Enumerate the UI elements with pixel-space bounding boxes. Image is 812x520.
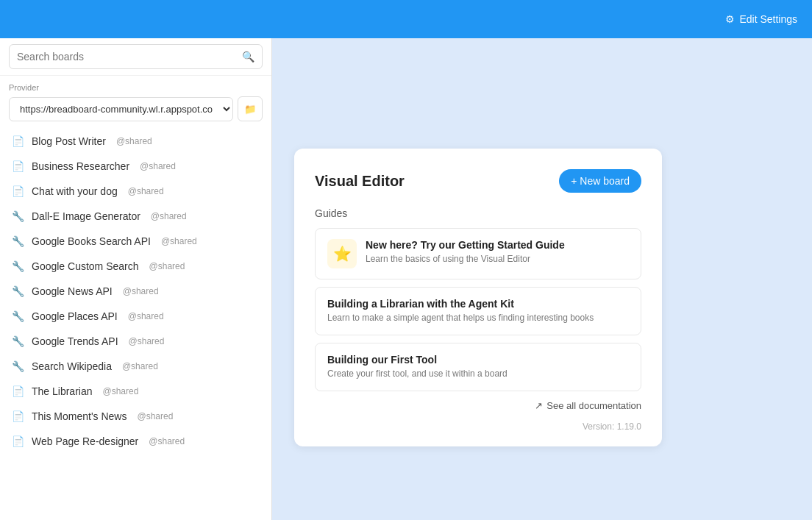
doc-icon: 📄 <box>12 385 24 397</box>
tool-icon: 🔧 <box>12 335 24 347</box>
board-item-name: Search Wikipedia <box>32 360 112 372</box>
board-list-item[interactable]: 🔧Google News API@shared <box>0 279 271 304</box>
edit-settings-label: Edit Settings <box>739 13 797 25</box>
board-item-tag: @shared <box>103 386 139 396</box>
board-item-name: Chat with your dog <box>32 185 118 197</box>
board-list-item[interactable]: 🔧Search Wikipedia@shared <box>0 354 271 379</box>
folder-icon: 📁 <box>244 104 257 115</box>
guide-icon-star: ⭐ <box>327 239 357 268</box>
board-list-item[interactable]: 🔧Google Trends API@shared <box>0 329 271 354</box>
board-list-item[interactable]: 📄This Moment's News@shared <box>0 404 271 429</box>
sidebar: Breadboard + New board 🔍 Provider https:… <box>0 0 272 520</box>
board-item-tag: @shared <box>123 286 159 296</box>
ve-header: Visual Editor + New board <box>315 169 641 193</box>
guide-card-librarian[interactable]: Building a Librarian with the Agent Kit … <box>315 287 641 335</box>
version-row: Version: 1.19.0 <box>315 421 641 432</box>
see-all-documentation-link[interactable]: ↗ See all documentation <box>535 400 641 411</box>
board-list-item[interactable]: 📄The Librarian@shared <box>0 379 271 404</box>
board-item-tag: @shared <box>128 311 164 321</box>
board-item-tag: @shared <box>122 361 158 371</box>
doc-icon: 📄 <box>12 435 24 447</box>
board-item-tag: @shared <box>149 436 185 446</box>
search-container: 🔍 <box>0 38 271 76</box>
board-item-tag: @shared <box>149 261 185 271</box>
board-item-name: Google Books Search API <box>32 235 151 247</box>
tool-icon: 🔧 <box>12 235 24 247</box>
board-list: 📄Blog Post Writer@shared📄Business Resear… <box>0 126 271 520</box>
tool-icon: 🔧 <box>12 210 24 222</box>
board-item-tag: @shared <box>128 186 164 196</box>
board-item-tag: @shared <box>137 411 173 421</box>
main-content: Visual Editor + New board Guides ⭐ New h… <box>272 38 812 520</box>
board-item-name: Google Custom Search <box>32 260 139 272</box>
guide-card-first-tool[interactable]: Building our First Tool Create your firs… <box>315 343 641 391</box>
board-item-tag: @shared <box>140 161 176 171</box>
provider-section: Provider https://breadboard-community.wl… <box>0 76 271 126</box>
search-input[interactable] <box>17 51 242 63</box>
guide3-desc: Create your first tool, and use it withi… <box>327 368 629 380</box>
board-item-tag: @shared <box>151 211 187 221</box>
board-item-name: Blog Post Writer <box>32 135 106 147</box>
board-list-item[interactable]: 🔧Google Custom Search@shared <box>0 254 271 279</box>
board-item-name: Dall-E Image Generator <box>32 210 140 222</box>
doc-icon: 📄 <box>12 135 24 147</box>
guide3-title: Building our First Tool <box>327 354 629 366</box>
board-item-tag: @shared <box>161 236 197 246</box>
board-list-item[interactable]: 📄Web Page Re-designer@shared <box>0 429 271 454</box>
board-item-name: Business Researcher <box>32 160 129 172</box>
see-all-label: See all documentation <box>546 400 641 411</box>
version-text: Version: 1.19.0 <box>583 421 641 432</box>
provider-select[interactable]: https://breadboard-community.wl.r.appspo… <box>9 97 233 121</box>
board-list-item[interactable]: 📄Chat with your dog@shared <box>0 179 271 204</box>
doc-icon: 📄 <box>12 185 24 197</box>
search-wrapper: 🔍 <box>9 44 263 69</box>
board-item-name: Google Places API <box>32 310 118 322</box>
doc-icon: 📄 <box>12 160 24 172</box>
board-list-item[interactable]: 📄Business Researcher@shared <box>0 154 271 179</box>
external-link-icon: ↗ <box>535 400 543 411</box>
provider-label: Provider <box>9 83 263 92</box>
guide-card-getting-started[interactable]: ⭐ New here? Try our Getting Started Guid… <box>315 228 641 279</box>
guides-title: Guides <box>315 207 641 219</box>
tool-icon: 🔧 <box>12 310 24 322</box>
guide1-desc: Learn the basics of using the Visual Edi… <box>366 253 629 266</box>
tool-icon: 🔧 <box>12 360 24 372</box>
provider-folder-button[interactable]: 📁 <box>238 96 263 121</box>
doc-icon: 📄 <box>12 410 24 422</box>
board-item-name: Google Trends API <box>32 335 118 347</box>
top-header: ⚙ Edit Settings <box>0 0 812 38</box>
see-all-row: ↗ See all documentation <box>315 400 641 411</box>
board-list-item[interactable]: 🔧Google Places API@shared <box>0 304 271 329</box>
provider-row: https://breadboard-community.wl.r.appspo… <box>9 96 263 121</box>
board-item-name: Google News API <box>32 285 113 297</box>
ve-title: Visual Editor <box>315 173 405 190</box>
edit-settings-button[interactable]: ⚙ Edit Settings <box>725 13 797 25</box>
gear-icon: ⚙ <box>725 13 735 25</box>
board-item-name: This Moment's News <box>32 410 127 422</box>
board-item-tag: @shared <box>129 336 165 346</box>
guide2-title: Building a Librarian with the Agent Kit <box>327 298 629 310</box>
new-board-button-main[interactable]: + New board <box>559 169 641 193</box>
board-item-name: Web Page Re-designer <box>32 435 138 447</box>
tool-icon: 🔧 <box>12 260 24 272</box>
visual-editor-card: Visual Editor + New board Guides ⭐ New h… <box>294 149 662 446</box>
guide1-title: New here? Try our Getting Started Guide <box>366 239 629 251</box>
search-icon: 🔍 <box>242 51 254 63</box>
board-item-tag: @shared <box>116 136 152 146</box>
board-list-item[interactable]: 📄Blog Post Writer@shared <box>0 129 271 154</box>
board-item-name: The Librarian <box>32 385 93 397</box>
board-list-item[interactable]: 🔧Google Books Search API@shared <box>0 229 271 254</box>
tool-icon: 🔧 <box>12 285 24 297</box>
guide2-desc: Learn to make a simple agent that helps … <box>327 312 629 324</box>
board-list-item[interactable]: 🔧Dall-E Image Generator@shared <box>0 204 271 229</box>
